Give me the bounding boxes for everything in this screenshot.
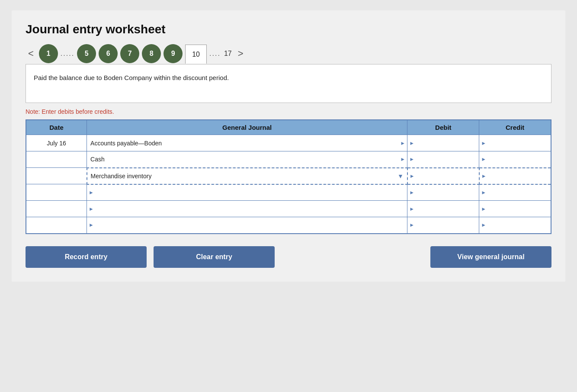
date-cell-2 bbox=[26, 151, 87, 168]
page-title: Journal entry worksheet bbox=[26, 22, 551, 36]
date-cell-4 bbox=[26, 184, 87, 201]
page-10-current[interactable]: 10 bbox=[185, 45, 207, 64]
col-date: Date bbox=[26, 120, 87, 135]
prev-arrow[interactable]: < bbox=[26, 46, 36, 61]
date-cell-6 bbox=[26, 217, 87, 234]
credit-cell-4[interactable]: ► bbox=[479, 184, 551, 201]
credit-arrow-1: ► bbox=[481, 140, 486, 146]
page-1[interactable]: 1 bbox=[39, 44, 58, 63]
journal-cell-3[interactable]: Merchandise inventory ▼ bbox=[87, 168, 407, 184]
credit-cell-3[interactable]: ► bbox=[479, 168, 551, 184]
credit-cell-6[interactable]: ► bbox=[479, 217, 551, 234]
page-8[interactable]: 8 bbox=[142, 44, 161, 63]
credit-cell-2[interactable]: ► bbox=[479, 151, 551, 168]
col-journal: General Journal bbox=[87, 120, 407, 135]
table-row: July 16 Accounts payable—Boden ► ► ► bbox=[26, 135, 551, 151]
note-text: Note: Enter debits before credits. bbox=[26, 108, 551, 115]
credit-arrow-4: ► bbox=[481, 190, 486, 196]
table-row: ► ► ► bbox=[26, 201, 551, 217]
credit-arrow-2: ► bbox=[481, 156, 486, 162]
debit-cell-2[interactable]: ► bbox=[407, 151, 479, 168]
journal-cell-5[interactable]: ► bbox=[87, 201, 407, 217]
page-6[interactable]: 6 bbox=[99, 44, 118, 63]
journal-arrow-6: ► bbox=[89, 222, 94, 228]
page-5[interactable]: 5 bbox=[77, 44, 96, 63]
debit-arrow-3: ► bbox=[410, 173, 415, 179]
credit-arrow-6: ► bbox=[481, 222, 486, 228]
journal-table: Date General Journal Debit Credit July 1… bbox=[26, 119, 551, 234]
journal-cell-1[interactable]: Accounts payable—Boden ► bbox=[87, 135, 407, 151]
page-17[interactable]: 17 bbox=[223, 48, 233, 59]
main-container: Journal entry worksheet < 1 ..... 5 6 7 … bbox=[12, 10, 565, 282]
page-7[interactable]: 7 bbox=[120, 44, 139, 63]
credit-arrow-5: ► bbox=[481, 206, 486, 212]
debit-cell-4[interactable]: ► bbox=[407, 184, 479, 201]
debit-arrow-6: ► bbox=[409, 222, 414, 228]
page-9[interactable]: 9 bbox=[163, 44, 183, 63]
next-arrow[interactable]: > bbox=[235, 46, 246, 61]
debit-cell-6[interactable]: ► bbox=[407, 217, 479, 234]
credit-cell-1[interactable]: ► bbox=[479, 135, 551, 151]
table-row: Merchandise inventory ▼ ► ► bbox=[26, 168, 551, 184]
date-cell-3 bbox=[26, 168, 87, 184]
view-journal-button[interactable]: View general journal bbox=[430, 246, 551, 268]
date-cell-1: July 16 bbox=[26, 135, 87, 151]
col-credit: Credit bbox=[479, 120, 551, 135]
debit-arrow-2: ► bbox=[409, 156, 414, 162]
record-entry-button[interactable]: Record entry bbox=[26, 246, 147, 268]
credit-arrow-3: ► bbox=[481, 173, 487, 179]
journal-arrow-5: ► bbox=[89, 206, 94, 212]
clear-entry-button[interactable]: Clear entry bbox=[154, 246, 275, 268]
debit-arrow-5: ► bbox=[409, 206, 414, 212]
debit-arrow-1: ► bbox=[409, 140, 414, 146]
journal-arrow-4: ► bbox=[89, 190, 94, 196]
dots-1: ..... bbox=[61, 50, 74, 58]
debit-indicator-1: ► bbox=[400, 140, 405, 146]
debit-cell-1[interactable]: ► bbox=[407, 135, 479, 151]
journal-cell-2[interactable]: Cash ► bbox=[87, 151, 407, 168]
table-row: Cash ► ► ► bbox=[26, 151, 551, 168]
col-debit: Debit bbox=[407, 120, 479, 135]
button-row: Record entry Clear entry View general jo… bbox=[26, 246, 551, 268]
credit-cell-5[interactable]: ► bbox=[479, 201, 551, 217]
merchandise-dropdown[interactable]: Merchandise inventory bbox=[91, 173, 404, 180]
debit-indicator-2: ► bbox=[400, 156, 405, 162]
description-text: Paid the balance due to Boden Company wi… bbox=[34, 74, 229, 81]
description-box: Paid the balance due to Boden Company wi… bbox=[26, 64, 551, 103]
journal-cell-4[interactable]: ► bbox=[87, 184, 407, 201]
debit-cell-5[interactable]: ► bbox=[407, 201, 479, 217]
table-row: ► ► ► bbox=[26, 217, 551, 234]
journal-cell-6[interactable]: ► bbox=[87, 217, 407, 234]
dots-2: .... bbox=[209, 50, 221, 58]
debit-cell-3[interactable]: ► bbox=[407, 168, 479, 184]
pagination: < 1 ..... 5 6 7 8 9 10 .... 17 > bbox=[26, 44, 551, 63]
debit-arrow-4: ► bbox=[409, 190, 414, 196]
date-cell-5 bbox=[26, 201, 87, 217]
table-row: ► ► ► bbox=[26, 184, 551, 201]
